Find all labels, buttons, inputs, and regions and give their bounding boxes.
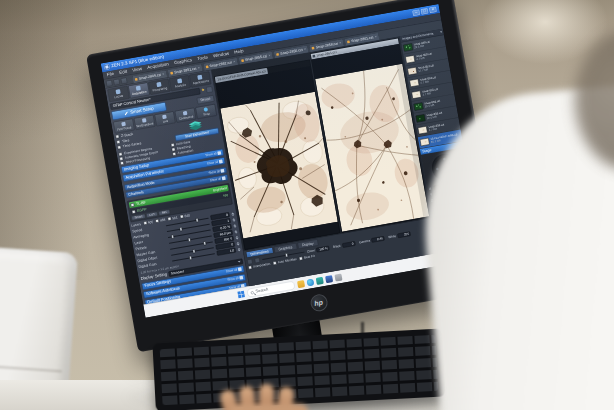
workspace-tab-label: Applications bbox=[193, 79, 210, 85]
laser-wavelength: 488 bbox=[160, 218, 166, 222]
spinner[interactable] bbox=[237, 247, 241, 251]
checkbox[interactable] bbox=[116, 140, 120, 144]
spinner[interactable] bbox=[231, 212, 235, 216]
close-tab-icon[interactable]: × bbox=[374, 35, 377, 39]
checkbox[interactable] bbox=[180, 215, 184, 219]
image-size: 4.7 MB bbox=[422, 91, 439, 97]
taskbar-app-icon[interactable] bbox=[316, 277, 324, 285]
slider-knob[interactable] bbox=[188, 238, 191, 242]
zoom-out-icon[interactable] bbox=[247, 259, 253, 265]
slider-knob[interactable] bbox=[179, 227, 182, 231]
toggle-icon bbox=[238, 267, 242, 271]
open-file-icon[interactable] bbox=[113, 79, 120, 86]
show-all-toggle[interactable]: Show all bbox=[210, 176, 226, 182]
field-label: Zoom bbox=[307, 249, 316, 254]
close-button[interactable]: × bbox=[429, 6, 437, 13]
toggle-icon bbox=[217, 151, 221, 155]
chevron-down-icon bbox=[238, 261, 241, 263]
spinner[interactable] bbox=[232, 218, 236, 222]
show-all-toggle[interactable]: Show all bbox=[207, 159, 223, 165]
instrument-box-seam bbox=[0, 365, 62, 372]
checkbox[interactable] bbox=[115, 135, 119, 139]
taskbar-app-icon[interactable] bbox=[297, 280, 305, 288]
taskbar-app-icon[interactable] bbox=[306, 278, 314, 286]
checkbox[interactable] bbox=[168, 217, 172, 221]
menu-item[interactable]: Help bbox=[234, 49, 244, 55]
save-icon[interactable] bbox=[121, 77, 128, 84]
close-tab-icon[interactable]: × bbox=[233, 60, 236, 64]
taskbar-app-icon[interactable] bbox=[325, 275, 333, 283]
close-tab-icon[interactable]: × bbox=[268, 54, 271, 58]
close-tab-icon[interactable]: × bbox=[162, 72, 165, 76]
menu-item[interactable]: Edit bbox=[119, 69, 127, 75]
modified-icon bbox=[206, 65, 209, 68]
window-icon bbox=[312, 55, 315, 58]
close-tab-icon[interactable]: × bbox=[304, 47, 307, 51]
spinner[interactable] bbox=[233, 224, 237, 228]
subsection-label: Channels bbox=[128, 190, 144, 197]
modified-icon bbox=[170, 71, 173, 74]
search-icon bbox=[251, 291, 254, 294]
zoom-in-icon[interactable] bbox=[254, 257, 260, 263]
close-tab-icon[interactable]: × bbox=[197, 66, 200, 70]
maximize-button[interactable]: □ bbox=[421, 8, 429, 15]
toggle-icon bbox=[219, 159, 223, 163]
checkbox[interactable] bbox=[120, 161, 124, 165]
laser-wavelength: 640 bbox=[184, 213, 190, 217]
slider-knob[interactable] bbox=[189, 256, 192, 260]
checkbox[interactable] bbox=[155, 219, 159, 223]
workspace-tab-label: Acquisition bbox=[132, 90, 147, 96]
checkbox[interactable] bbox=[143, 221, 147, 225]
close-tab-icon[interactable]: × bbox=[339, 41, 342, 45]
image-thumbnail bbox=[418, 126, 428, 134]
channel-button[interactable]: LUT bbox=[146, 211, 158, 217]
action-label: Find Focus bbox=[117, 126, 132, 132]
new-file-icon[interactable] bbox=[106, 80, 113, 87]
laser-wavelength: 561 bbox=[172, 216, 178, 220]
collapse-icon[interactable]: ▾ bbox=[440, 30, 442, 34]
channel-name: EGFP bbox=[137, 207, 147, 212]
checkbox[interactable] bbox=[172, 152, 176, 156]
channel-button[interactable]: Smart bbox=[131, 214, 146, 221]
show-all-toggle[interactable]: Show all bbox=[205, 151, 221, 157]
image-thumbnail bbox=[403, 43, 413, 51]
z-stack-icon bbox=[188, 120, 202, 131]
slider-knob[interactable] bbox=[196, 218, 199, 222]
spinner[interactable] bbox=[234, 230, 238, 234]
image-thumbnail bbox=[411, 90, 421, 98]
windows-start-icon[interactable] bbox=[237, 291, 245, 299]
toggle-icon bbox=[222, 176, 226, 180]
checkbox[interactable] bbox=[117, 145, 121, 149]
display-toggle[interactable]: Best Fit bbox=[299, 254, 315, 260]
toggle-label: Best Fit bbox=[304, 254, 315, 259]
spinner[interactable] bbox=[235, 236, 239, 240]
toggle-label: Interpolation bbox=[253, 262, 271, 268]
checkbox[interactable] bbox=[299, 256, 303, 260]
show-all-toggle[interactable]: Show all bbox=[226, 267, 242, 273]
favorite-star-icon[interactable]: ★ bbox=[201, 88, 205, 93]
slider-knob[interactable] bbox=[203, 241, 206, 245]
taskbar-app-icon[interactable] bbox=[334, 273, 342, 281]
action-label: Snap bbox=[203, 112, 210, 116]
checkbox[interactable] bbox=[273, 261, 277, 265]
field-label: Gamma bbox=[359, 239, 371, 244]
channel-name: TL-BF bbox=[136, 200, 146, 205]
image-size: 4.7 MB bbox=[429, 126, 446, 132]
minimize-button[interactable]: – bbox=[412, 9, 420, 16]
slider-knob[interactable] bbox=[171, 235, 174, 239]
toggle-icon bbox=[239, 276, 243, 280]
checkbox[interactable] bbox=[248, 265, 252, 269]
reuse-button[interactable]: Reuse bbox=[196, 95, 214, 104]
channel-button[interactable]: Ref. bbox=[158, 209, 170, 215]
show-all-toggle[interactable]: Show all bbox=[208, 169, 224, 175]
experiment-options-icon[interactable] bbox=[206, 86, 213, 93]
menu-item[interactable]: File bbox=[106, 71, 114, 77]
workspace-tab-label: Analysis bbox=[175, 83, 187, 88]
image-size: 4.7 MB bbox=[420, 79, 437, 85]
show-all-toggle[interactable]: Show all bbox=[227, 276, 243, 282]
spinner[interactable] bbox=[236, 242, 240, 246]
slider-knob[interactable] bbox=[285, 253, 288, 257]
channel-checkbox[interactable] bbox=[130, 203, 134, 207]
channel-checkbox[interactable] bbox=[132, 210, 136, 214]
slider-knob[interactable] bbox=[192, 249, 195, 253]
